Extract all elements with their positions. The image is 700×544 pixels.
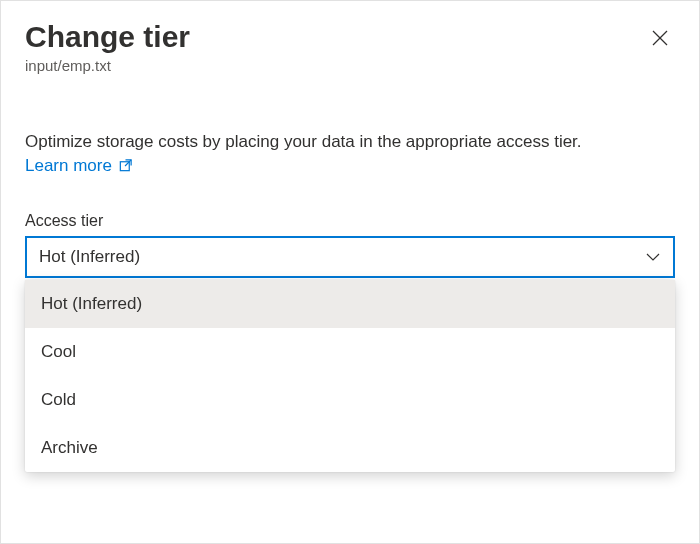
dropdown-option-cold[interactable]: Cold [25,376,675,424]
dropdown-list: Hot (Inferred) Cool Cold Archive [25,280,675,472]
panel-subtitle: input/emp.txt [25,57,675,74]
chevron-down-icon [645,249,661,265]
dropdown-option-archive[interactable]: Archive [25,424,675,472]
dropdown-control[interactable]: Hot (Inferred) [25,236,675,278]
access-tier-dropdown: Hot (Inferred) Hot (Inferred) Cool Cold … [25,236,675,278]
learn-more-label: Learn more [25,154,112,178]
description-content: Optimize storage costs by placing your d… [25,132,582,151]
access-tier-label: Access tier [25,212,675,230]
close-button[interactable] [645,23,675,53]
description-text: Optimize storage costs by placing your d… [25,130,675,178]
close-icon [651,29,669,47]
svg-line-3 [125,160,131,166]
change-tier-panel: Change tier input/emp.txt Optimize stora… [1,1,699,278]
external-link-icon [118,158,133,173]
panel-title: Change tier [25,19,190,55]
learn-more-link[interactable]: Learn more [25,154,133,178]
panel-header: Change tier [25,19,675,55]
dropdown-option-hot[interactable]: Hot (Inferred) [25,280,675,328]
dropdown-selected-value: Hot (Inferred) [39,247,140,267]
dropdown-option-cool[interactable]: Cool [25,328,675,376]
